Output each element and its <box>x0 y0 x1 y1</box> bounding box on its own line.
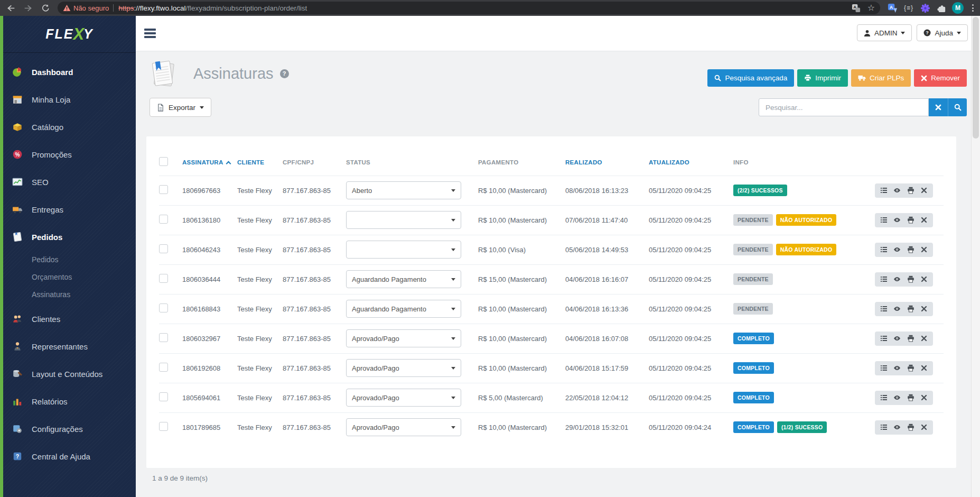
row-checkbox[interactable] <box>159 185 168 194</box>
row-delete-icon[interactable] <box>920 334 928 343</box>
row-print-icon[interactable] <box>907 334 915 343</box>
sidebar-item-pedidos[interactable]: Pedidos <box>3 223 136 251</box>
row-checkbox[interactable] <box>159 422 168 431</box>
column-header-assinatura[interactable]: ASSINATURA <box>182 149 237 176</box>
row-print-icon[interactable] <box>907 364 915 372</box>
status-select[interactable]: Aguardando Pagamento <box>346 270 461 288</box>
row-checkbox[interactable] <box>159 392 168 401</box>
export-button[interactable]: Exportar <box>150 98 211 117</box>
status-select[interactable]: Aguardando Pagamento <box>346 300 461 318</box>
row-delete-icon[interactable] <box>920 305 928 313</box>
status-select[interactable]: Aberto <box>346 181 461 199</box>
status-select[interactable]: Aprovado/Pago <box>346 359 461 377</box>
row-details-icon[interactable] <box>880 216 888 224</box>
sidebar-subitem-orcamentos[interactable]: Orçamentos <box>3 268 136 286</box>
column-header-realizado[interactable]: REALIZADO <box>565 149 649 176</box>
advanced-search-button[interactable]: Pesquisa avançada <box>707 69 794 87</box>
row-print-icon[interactable] <box>907 186 915 195</box>
row-checkbox[interactable] <box>159 363 168 372</box>
row-delete-icon[interactable] <box>920 275 928 283</box>
row-print-icon[interactable] <box>907 305 915 313</box>
row-details-icon[interactable] <box>880 364 888 372</box>
row-details-icon[interactable] <box>880 275 888 283</box>
row-delete-icon[interactable] <box>920 186 928 195</box>
row-print-icon[interactable] <box>907 275 915 283</box>
row-delete-icon[interactable] <box>920 216 928 224</box>
clear-search-button[interactable] <box>929 98 948 116</box>
row-view-icon[interactable] <box>893 275 901 283</box>
row-print-icon[interactable] <box>907 245 915 254</box>
search-button[interactable] <box>948 98 967 116</box>
search-input[interactable] <box>759 98 929 116</box>
status-select[interactable] <box>346 241 461 259</box>
translate-page-icon[interactable]: A <box>851 2 862 14</box>
row-checkbox[interactable] <box>159 215 168 224</box>
row-view-icon[interactable] <box>893 186 901 195</box>
row-checkbox[interactable] <box>159 303 168 312</box>
column-header-cliente[interactable]: CLIENTE <box>237 149 283 176</box>
sidebar-item-minha-loja[interactable]: Minha Loja <box>3 86 136 113</box>
bookmark-star-icon[interactable]: ☆ <box>867 4 875 12</box>
sidebar-subitem-assinaturas[interactable]: Assinaturas <box>3 286 136 303</box>
status-select[interactable]: Aprovado/Pago <box>346 418 461 436</box>
sidebar-item-entregas[interactable]: Entregas <box>3 196 136 223</box>
select-all-checkbox[interactable] <box>159 157 168 166</box>
sidebar-item-central-ajuda[interactable]: ?Central de Ajuda <box>3 443 136 470</box>
address-bar[interactable]: Não seguro https://flexy.ftwo.local/flex… <box>58 2 880 14</box>
profile-avatar[interactable]: M <box>952 2 964 14</box>
row-details-icon[interactable] <box>880 245 888 254</box>
flower-extension-icon[interactable] <box>919 2 931 14</box>
sidebar-item-configuracoes[interactable]: Configurações <box>3 415 136 443</box>
puzzle-extensions-icon[interactable] <box>936 2 947 14</box>
row-view-icon[interactable] <box>893 423 901 431</box>
sidebar-item-catalogo[interactable]: Catálogo <box>3 113 136 141</box>
sidebar-item-relatorios[interactable]: Relatórios <box>3 388 136 415</box>
sidebar-item-seo[interactable]: SEO <box>3 168 136 196</box>
sidebar-item-layout-conteudos[interactable]: Layout e Conteúdos <box>3 360 136 388</box>
status-select[interactable]: Aprovado/Pago <box>346 389 461 407</box>
row-view-icon[interactable] <box>893 364 901 372</box>
browser-menu-icon[interactable] <box>969 2 977 14</box>
row-delete-icon[interactable] <box>920 423 928 431</box>
status-select[interactable] <box>346 211 461 229</box>
print-button[interactable]: Imprimir <box>797 69 848 87</box>
row-view-icon[interactable] <box>893 393 901 402</box>
help-dropdown-button[interactable]: ? Ajuda <box>917 24 968 41</box>
sidebar-item-promocoes[interactable]: %Promoções <box>3 141 136 168</box>
sidebar-subitem-pedidos-sub[interactable]: Pedidos <box>3 251 136 268</box>
reload-icon[interactable] <box>39 1 52 15</box>
sidebar-item-dashboard[interactable]: Dashboard <box>3 58 136 86</box>
column-header-atualizado[interactable]: ATUALIZADO <box>649 149 733 176</box>
translate-extension-icon[interactable]: A <box>886 2 898 14</box>
row-details-icon[interactable] <box>880 423 888 431</box>
hamburger-menu-icon[interactable] <box>144 29 156 40</box>
create-plps-button[interactable]: Criar PLPs <box>851 69 911 87</box>
row-view-icon[interactable] <box>893 334 901 343</box>
row-view-icon[interactable] <box>893 245 901 254</box>
row-delete-icon[interactable] <box>920 393 928 402</box>
flexy-logo[interactable]: FLEXY <box>3 16 136 53</box>
row-details-icon[interactable] <box>880 393 888 402</box>
sidebar-item-clientes[interactable]: Clientes <box>3 305 136 333</box>
row-checkbox[interactable] <box>159 333 168 342</box>
row-delete-icon[interactable] <box>920 364 928 372</box>
row-view-icon[interactable] <box>893 216 901 224</box>
remove-button[interactable]: Remover <box>914 69 967 87</box>
back-icon[interactable] <box>4 1 17 15</box>
sidebar-item-representantes[interactable]: Representantes <box>3 333 136 360</box>
row-delete-icon[interactable] <box>920 245 928 254</box>
page-scrollbar[interactable] <box>971 16 980 497</box>
row-print-icon[interactable] <box>907 216 915 224</box>
scrollbar-thumb[interactable] <box>973 17 979 139</box>
title-help-icon[interactable]: ? <box>280 69 289 78</box>
row-checkbox[interactable] <box>159 274 168 283</box>
row-print-icon[interactable] <box>907 423 915 431</box>
status-select[interactable]: Aprovado/Pago <box>346 329 461 347</box>
admin-dropdown-button[interactable]: ADMIN <box>857 24 912 41</box>
row-view-icon[interactable] <box>893 305 901 313</box>
row-details-icon[interactable] <box>880 305 888 313</box>
row-details-icon[interactable] <box>880 186 888 195</box>
row-details-icon[interactable] <box>880 334 888 343</box>
row-checkbox[interactable] <box>159 244 168 253</box>
brackets-extension-icon[interactable]: {≡} <box>903 2 914 14</box>
